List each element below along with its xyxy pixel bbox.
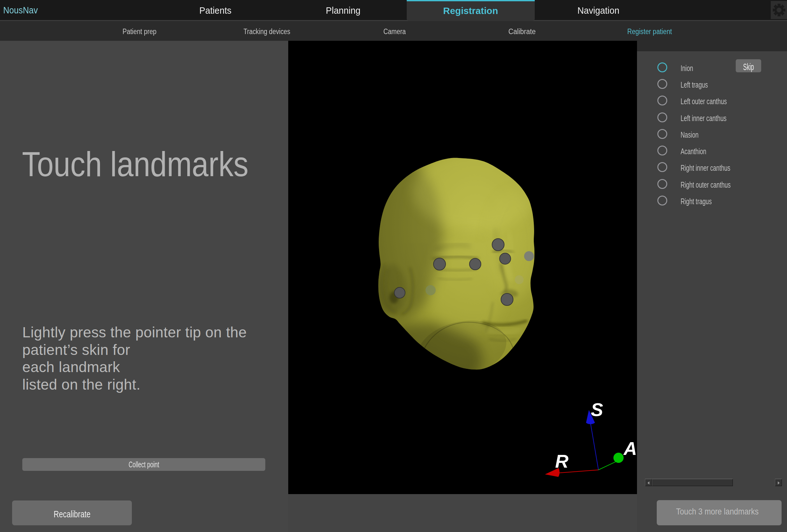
svg-text:S: S <box>591 399 603 420</box>
svg-text:A: A <box>623 438 637 459</box>
svg-text:R: R <box>555 451 569 471</box>
